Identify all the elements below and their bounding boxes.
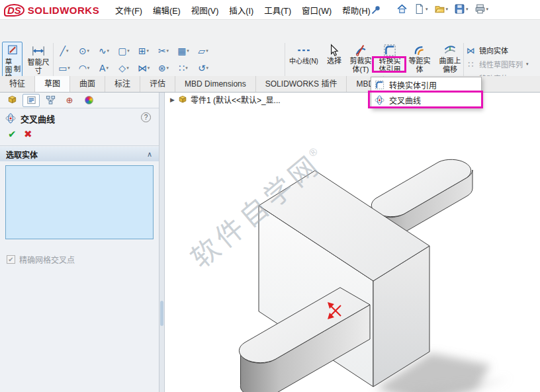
tab-2[interactable]: 曲面 [70,76,105,92]
grid-system-icon: ⊞ [138,46,146,56]
help-icon[interactable]: ? [141,112,151,122]
menu-item-intersection-curve[interactable]: 交叉曲线 [371,93,481,108]
command-manager-ribbon: 草图绘制 ▼ 智能尺 寸 ▼ ╱▾⊙▾∿▾▢▾⊞▾✂▾▦▾▱▾▭▾◠▾A▾◇▾⋈… [0,20,540,76]
sketch-tool-linear-pattern-small[interactable]: ∷▾ [173,59,193,76]
open-button[interactable]: ▾ [432,2,451,16]
mirror-small-icon: ⋈ [138,63,147,73]
checkbox-label: 精确网格交叉点 [19,254,75,265]
dropdown-arrow-icon[interactable]: ▾ [486,7,489,12]
tab-4[interactable]: 评估 [140,76,175,92]
trim-entities-icon [354,44,367,57]
displaymanager-tab[interactable] [80,94,97,107]
mirror-entities-button[interactable]: ⋈ 镜向实体 [466,44,508,56]
centerline-icon [297,44,310,57]
sketch-tool-line[interactable]: ╱▾ [54,42,74,59]
ok-button[interactable]: ✔ [8,128,17,140]
part-model[interactable]: 软件自学网 ® [165,93,540,392]
sketch-tool-corner-rectangle[interactable]: ▢▾ [114,42,134,59]
sketch-tool-grid-system[interactable]: ⊞▾ [134,42,154,59]
pushpin-icon[interactable] [371,5,381,15]
sketch-tool-text[interactable]: A▾ [94,59,114,76]
ds-logo-icon: DS [4,4,24,17]
menu-item-2[interactable]: 视图(V) [186,1,224,19]
tab-5[interactable]: MBD Dimensions [175,76,256,92]
new-document-button[interactable]: ▾ [412,2,430,16]
propertymanager-icon [26,95,36,105]
panel-title: 交叉曲线 [21,112,55,125]
menu-item-0[interactable]: 文件(F) [110,1,148,19]
menu-item-5[interactable]: 窗口(W) [296,1,337,19]
collapse-icon[interactable]: ∧ [147,150,152,159]
convert-label2: 体引用 [379,65,401,74]
dropdown-arrow-icon[interactable]: ▾ [106,65,109,71]
tab-3[interactable]: 标注 [105,76,140,92]
menu-item-convert-entities[interactable]: 转换实体引用 [371,77,481,93]
menu-item-4[interactable]: 工具(T) [259,1,296,19]
home-button[interactable] [394,2,410,16]
dimxpertmanager-tab[interactable]: ⊕ [61,94,78,107]
polygon-icon: ◇ [118,63,126,73]
dropdown-arrow-icon[interactable]: ▾ [87,65,90,71]
dropdown-arrow-icon[interactable]: ▾ [466,7,469,12]
menu-item-1[interactable]: 编辑(E) [148,1,186,19]
rotate-icon: ↺ [198,63,206,73]
sketch-tool-trim-small[interactable]: ✂▾ [154,42,173,59]
property-manager-header: 交叉曲线 ? [0,110,159,127]
plane-icon: ▱ [198,46,205,56]
dropdown-arrow-icon[interactable]: ▾ [147,48,150,54]
dropdown-arrow-icon[interactable]: ▾ [66,48,69,54]
sketch-tool-mirror-small[interactable]: ⋈▾ [134,59,154,76]
circle-icon: ⊙ [79,46,87,56]
dropdown-arrow-icon[interactable]: ▾ [206,48,208,54]
expand-arrow-icon[interactable]: ▶ [170,97,175,103]
configurationmanager-tab[interactable] [42,94,59,107]
save-button[interactable]: ▾ [452,2,471,16]
dropdown-arrow-icon[interactable]: ▾ [68,65,70,71]
panel-splitter [159,93,165,392]
sketch-tool-arc[interactable]: ◠▾ [74,59,94,76]
dropdown-arrow-icon[interactable]: ▾ [107,48,110,54]
dropdown-arrow-icon[interactable]: ▾ [185,65,188,71]
tab-6[interactable]: SOLIDWORKS 插件 [256,76,347,92]
displaymanager-icon [85,96,93,104]
sketch-tool-polygon[interactable]: ◇▾ [114,59,134,76]
sketch-tool-rectangle[interactable]: ▭▾ [54,59,74,76]
sketch-tool-point-pattern[interactable]: ⊛▾ [154,59,173,76]
dropdown-arrow-icon[interactable]: ▾ [127,48,130,54]
print-button[interactable]: ▾ [472,2,491,16]
centerline-label: 中心线(N) [289,57,318,65]
selection-section-header[interactable]: 选取实体 ∧ [0,147,159,161]
sketch-tool-plane[interactable]: ▱▾ [193,42,213,59]
dropdown-arrow-icon[interactable]: ▾ [187,48,189,54]
flyout-feature-tree[interactable]: ▶ 零件1 (默认<<默认>_显... [170,94,281,105]
propertymanager-tab[interactable] [22,94,40,107]
cancel-button[interactable]: ✖ [24,128,32,140]
menu-item-3[interactable]: 插入(I) [224,1,259,19]
splitter-handle[interactable] [160,301,163,326]
trim-label: 剪裁实 [350,57,372,65]
dropdown-arrow-icon[interactable]: ▾ [126,65,129,71]
trim-label2: 体(T) [352,65,369,74]
dropdown-arrow-icon[interactable]: ▾ [426,7,428,12]
graphics-viewport[interactable]: ▶ 零件1 (默认<<默认>_显... [165,93,540,392]
dropdown-arrow-icon[interactable]: ▾ [446,7,449,12]
sketch-tool-rotate[interactable]: ↺▾ [193,59,213,76]
tab-0[interactable]: 特征 [0,76,35,92]
sketch-tool-spline[interactable]: ∿▾ [94,42,114,59]
tab-1[interactable]: 草图 [35,76,70,92]
featuremanager-tab[interactable] [3,94,21,107]
line-icon: ╱ [60,46,66,56]
sketch-tool-circle[interactable]: ⊙▾ [74,42,94,59]
dropdown-arrow-icon[interactable]: ▾ [87,48,90,54]
sketch-tool-hatch-pattern[interactable]: ▦▾ [173,42,193,59]
trim-small-icon: ✂ [158,46,166,56]
dropdown-arrow-icon[interactable]: ▾ [167,48,169,54]
mirror-entities-label: 镜向实体 [479,45,508,56]
selection-listbox[interactable] [5,165,154,239]
dropdown-arrow-icon[interactable]: ▾ [148,65,150,71]
property-manager-panel: ⊕ 交叉曲线 ? ✔ ✖ 选取实体 ∧ ✔ 精确网格交叉点 [0,93,159,392]
smart-dimension-icon [31,44,46,58]
dropdown-arrow-icon[interactable]: ▾ [206,65,209,71]
dropdown-arrow-icon[interactable]: ▾ [167,65,169,71]
menu-item-6[interactable]: 帮助(H) [337,1,375,19]
